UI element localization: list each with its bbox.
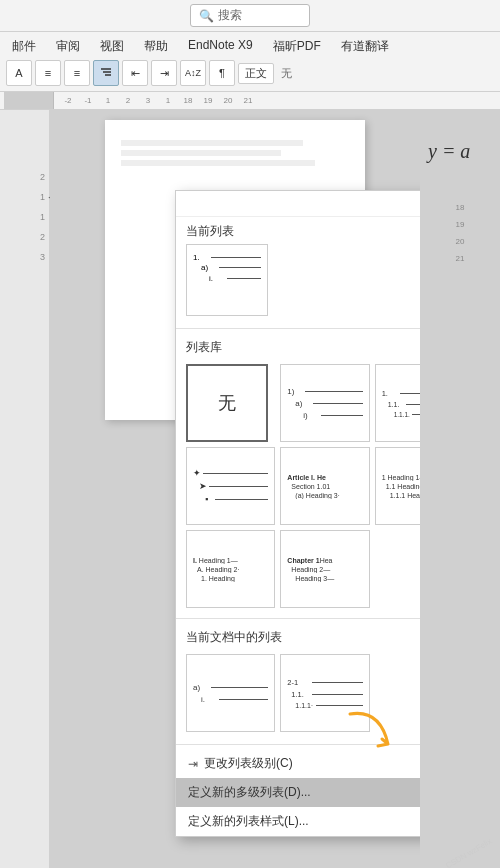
style-more: 无 xyxy=(277,66,296,81)
current-list-box[interactable]: 1. a) i. xyxy=(186,244,268,316)
doc-line xyxy=(121,140,303,146)
search-box[interactable]: 🔍 搜索 xyxy=(190,4,310,27)
list-btn2[interactable]: ≡ xyxy=(64,60,90,86)
list-heading-num[interactable]: 1 Heading 1— 1.1 Heading 2· 1.1.1 Headin… xyxy=(375,447,420,525)
ruler-right-num: 19 xyxy=(420,220,500,229)
doc-area: 全部 ▾ 当前列表 1. a) i. xyxy=(50,110,420,868)
formula-display: y = a xyxy=(420,110,500,193)
ruler-num: 1 xyxy=(158,96,178,105)
list-numbered-paren[interactable]: 1) a) i) xyxy=(280,364,369,442)
para-btn[interactable]: ¶ xyxy=(209,60,235,86)
ribbon-tabs: 邮件 审阅 视图 帮助 EndNote X9 福昕PDF 有道翻译 xyxy=(4,34,496,57)
doc-right-panel: y = a 18 19 20 21 CSDN wzFelix xyxy=(420,110,500,868)
ruler-left-3: 3 xyxy=(4,252,45,262)
current-list-line-1: 1. xyxy=(193,253,261,262)
indent-right-btn[interactable]: ⇥ xyxy=(151,60,177,86)
ruler-left-1b: 1 xyxy=(4,212,45,222)
list-bullet[interactable]: ✦ ➤ ▪ xyxy=(186,447,275,525)
list-chapter[interactable]: Chapter 1Hea Heading 2— Heading 3— xyxy=(280,530,369,608)
ruler: -2 -1 1 2 3 1 18 19 20 21 xyxy=(0,92,500,110)
watermark: CSDN wzFelix xyxy=(445,837,494,868)
current-list-area: 1. a) i. xyxy=(176,244,420,324)
list-numbered-dot[interactable]: 1. 1.1. 1.1.1. xyxy=(375,364,420,442)
ruler-num: 21 xyxy=(238,96,258,105)
ruler-num: 1 xyxy=(98,96,118,105)
ribbon-controls: A ≡ ≡ ⇤ ⇥ A↕Z ¶ 正文 无 xyxy=(4,57,496,89)
indent-left-btn[interactable]: ⇤ xyxy=(122,60,148,86)
tab-help[interactable]: 帮助 xyxy=(140,36,172,57)
multilevel-list-btn[interactable] xyxy=(93,60,119,86)
action-define-liststyle-label: 定义新的列表样式(L)... xyxy=(188,813,309,830)
tab-view[interactable]: 视图 xyxy=(96,36,128,57)
action-define-multilevel[interactable]: 定义新的多级列表(D)... xyxy=(176,778,420,807)
main-area: 2 1 1 2 3 ◄ 全部 ▾ 当前列表 xyxy=(0,110,500,868)
list-btn1[interactable]: ≡ xyxy=(35,60,61,86)
ruler-num: 20 xyxy=(218,96,238,105)
search-icon: 🔍 xyxy=(199,9,214,23)
ruler-left-2: 2 xyxy=(4,172,45,182)
divider-2 xyxy=(176,618,420,619)
action-change-level-label: 更改列表级别(C) xyxy=(204,755,293,772)
ruler-num: -1 xyxy=(78,96,98,105)
doc-line xyxy=(121,150,281,156)
ruler-num: 18 xyxy=(178,96,198,105)
ruler-num: 2 xyxy=(118,96,138,105)
doc-content xyxy=(105,120,365,190)
tab-foxitpdf[interactable]: 福昕PDF xyxy=(269,36,325,57)
ruler-right-num: 18 xyxy=(420,203,500,212)
style-label[interactable]: 正文 xyxy=(238,63,274,84)
indent-list-icon: ⇥ xyxy=(188,757,198,771)
list-library-grid: 无 1) a) i) 1. 1.1. 1.1.1. ✦ ➤ xyxy=(176,360,420,614)
tab-endnote[interactable]: EndNote X9 xyxy=(184,36,257,57)
formula-text: y = a xyxy=(428,140,470,162)
ribbon: 邮件 审阅 视图 帮助 EndNote X9 福昕PDF 有道翻译 A ≡ ≡ … xyxy=(0,32,500,92)
format-a-btn[interactable]: A xyxy=(6,60,32,86)
list-none[interactable]: 无 xyxy=(186,364,268,442)
ruler-right-num: 20 xyxy=(420,237,500,246)
ruler-left-1: 1 xyxy=(4,192,45,202)
none-label: 无 xyxy=(218,391,236,415)
divider-1 xyxy=(176,328,420,329)
az-sort-btn[interactable]: A↕Z xyxy=(180,60,206,86)
current-list-line-2: a) xyxy=(193,263,261,272)
action-define-liststyle[interactable]: 定义新的列表样式(L)... xyxy=(176,807,420,836)
current-list-line-3: i. xyxy=(193,274,261,283)
ruler-num: 19 xyxy=(198,96,218,105)
arrow-svg xyxy=(340,704,400,764)
list-heading-roman[interactable]: I. Heading 1— A. Heading 2· 1. Heading xyxy=(186,530,275,608)
tab-review[interactable]: 审阅 xyxy=(52,36,84,57)
list-article[interactable]: Article I. He Section 1.01 (a) Heading 3… xyxy=(280,447,369,525)
ruler-num: 3 xyxy=(138,96,158,105)
doc-list-1[interactable]: a) i. xyxy=(186,654,275,732)
menu-header: 全部 ▾ xyxy=(176,191,420,217)
search-placeholder: 搜索 xyxy=(218,7,242,24)
multilevel-list-icon xyxy=(99,66,113,80)
doc-left-panel: 2 1 1 2 3 ◄ xyxy=(0,110,50,868)
tab-youdao[interactable]: 有道翻译 xyxy=(337,36,393,57)
title-bar: 🔍 搜索 xyxy=(0,0,500,32)
doc-lists-section-title: 当前文档中的列表 xyxy=(176,623,420,650)
current-list-section-title: 当前列表 xyxy=(176,217,420,244)
right-ruler: 18 19 20 21 xyxy=(420,203,500,263)
ruler-num: -2 xyxy=(58,96,78,105)
arrow-annotation xyxy=(340,704,400,768)
list-library-section-title: 列表库 xyxy=(176,333,420,360)
action-define-multilevel-label: 定义新的多级列表(D)... xyxy=(188,784,311,801)
ruler-left-2b: 2 xyxy=(4,232,45,242)
tab-mail[interactable]: 邮件 xyxy=(8,36,40,57)
ruler-right-num: 21 xyxy=(420,254,500,263)
doc-line xyxy=(121,160,315,166)
